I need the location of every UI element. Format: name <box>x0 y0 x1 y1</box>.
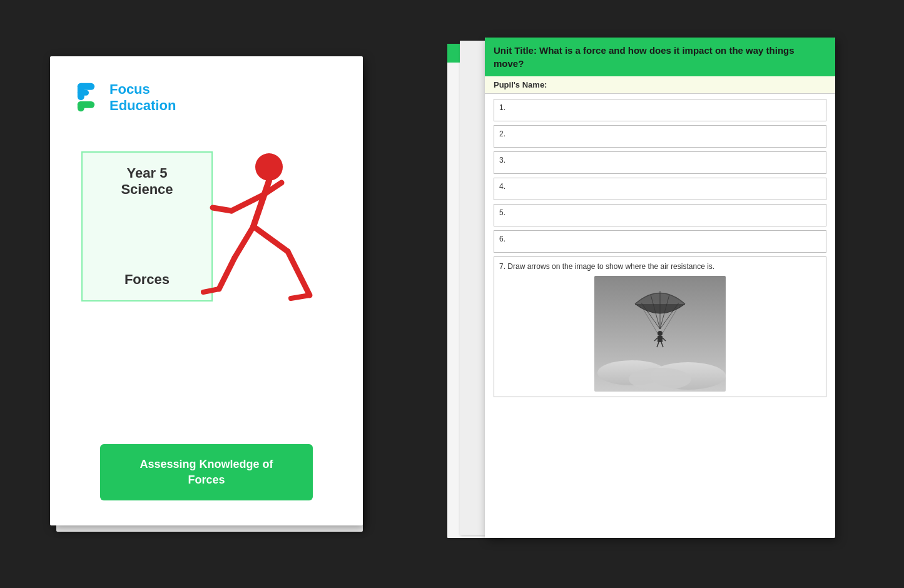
stick-figure-icon <box>200 145 325 302</box>
scene: or n.ds (1) re. of <box>0 0 904 588</box>
title-forces: Forces <box>124 271 170 288</box>
svg-rect-1 <box>78 83 94 90</box>
svg-line-15 <box>291 295 310 298</box>
logo-text: Focus Education <box>109 81 176 114</box>
svg-point-27 <box>658 331 663 336</box>
ws-question-7-text: 7. Draw arrows on the image to show wher… <box>499 262 821 271</box>
worksheet-body: 1. 2. 3. 4. 5. 6. <box>485 94 835 406</box>
cover-center: Year 5 Science Forces <box>75 151 338 444</box>
svg-line-14 <box>203 289 219 292</box>
svg-rect-28 <box>658 336 663 342</box>
assess-knowledge-button-label: Assessing Knowledge ofForces <box>140 458 273 486</box>
svg-line-10 <box>253 226 288 251</box>
logo-focus-text: Focus <box>109 81 176 98</box>
parachute-image <box>594 276 726 392</box>
ws-question-7: 7. Draw arrows on the image to show wher… <box>494 256 826 397</box>
worksheet-unit-title: Unit Title: What is a force and how does… <box>494 45 795 69</box>
ws-question-1: 1. <box>494 99 826 121</box>
right-section: Unit Title: What is a force and how does… <box>416 0 904 588</box>
svg-point-5 <box>255 153 283 181</box>
ws-question-3: 3. <box>494 151 826 174</box>
title-box: Year 5 Science Forces <box>81 151 213 302</box>
main-worksheet: Unit Title: What is a force and how does… <box>485 38 835 538</box>
svg-line-8 <box>213 208 231 211</box>
parachute-svg <box>594 276 726 392</box>
ws-question-5: 5. <box>494 204 826 226</box>
ws-question-4: 4. <box>494 178 826 200</box>
logo-area: Focus Education <box>75 81 176 114</box>
svg-rect-2 <box>78 90 89 96</box>
svg-line-6 <box>253 181 269 226</box>
title-year: Year 5 <box>127 165 168 181</box>
pupil-name-label: Pupil's Name: <box>485 76 835 94</box>
svg-line-12 <box>235 226 253 258</box>
pushing-figure <box>200 145 325 302</box>
assess-knowledge-button[interactable]: Assessing Knowledge ofForces <box>100 444 313 500</box>
focus-education-logo-icon <box>75 82 103 113</box>
ws-question-2: 2. <box>494 125 826 148</box>
ws-question-6: 6. <box>494 230 826 253</box>
svg-line-13 <box>219 258 235 289</box>
right-stack: Unit Title: What is a force and how does… <box>485 38 835 550</box>
svg-line-11 <box>288 251 310 295</box>
page-stack: or n.ds (1) re. of <box>50 56 363 532</box>
svg-point-19 <box>629 368 691 390</box>
left-section: or n.ds (1) re. of <box>0 0 413 588</box>
logo-education-text: Education <box>109 98 176 114</box>
title-science: Science <box>121 181 173 198</box>
main-cover: Focus Education Year 5 Science Forces <box>50 56 363 525</box>
svg-rect-4 <box>78 101 94 108</box>
worksheet-header: Unit Title: What is a force and how does… <box>485 38 835 76</box>
